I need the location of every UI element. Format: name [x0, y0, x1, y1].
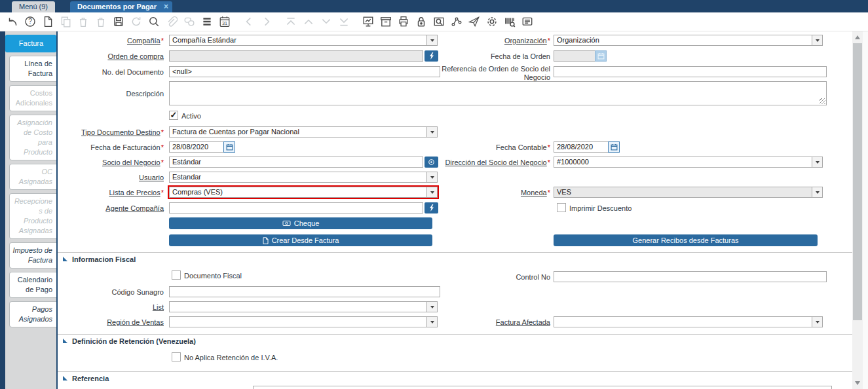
no-del-documento-field[interactable]: <null> [169, 66, 440, 77]
agente-compania-search-button[interactable] [425, 202, 438, 213]
fecha-de-facturacion-field[interactable]: 28/08/2020 [169, 141, 224, 153]
right-margin [863, 31, 868, 389]
save-icon[interactable] [112, 15, 125, 28]
crear-desde-factura-button[interactable]: Crear Desde Factura [169, 234, 432, 246]
sidebar-item-impuesto-de-factura[interactable]: Impuesto de Factura [9, 242, 56, 269]
no-aplica-retencion-checkbox[interactable] [172, 352, 181, 361]
label-factura-afectada: Factura Afectada [429, 318, 550, 327]
agente-compania-field[interactable] [169, 202, 423, 213]
section-title-definicion-retencion[interactable]: Definición de Retención (Venezuela) [72, 337, 196, 345]
product-info-barcode-icon[interactable] [503, 15, 516, 28]
label-no-aplica-retencion: No Aplica Retención de I.V.A. [184, 353, 278, 362]
region-de-ventas-combobox[interactable] [169, 316, 438, 327]
dropdown-button[interactable] [426, 127, 437, 137]
sidebar-item-factura[interactable]: Factura [5, 35, 56, 52]
app-window: Menú (9) Documentos por Pagar × ? 31 [0, 0, 868, 389]
list-combobox[interactable] [169, 301, 438, 312]
section-separator [58, 371, 852, 372]
generar-recibos-button[interactable]: Generar Recibos desde Facturas [554, 234, 818, 246]
scroll-down-icon[interactable] [855, 381, 860, 385]
usuario-combobox[interactable]: Estandar [169, 172, 438, 183]
section-title-informacion-fiscal[interactable]: Informacion Fiscal [72, 255, 136, 263]
codigo-sunagro-field[interactable] [169, 286, 440, 297]
documento-fiscal-checkbox[interactable] [172, 270, 181, 280]
dropdown-button[interactable] [812, 187, 822, 197]
vertical-scrollbar[interactable] [852, 31, 863, 389]
cheque-button[interactable]: Cheque [169, 217, 432, 229]
control-no-field[interactable] [554, 271, 827, 282]
sidebar-tabs: Factura Línea de Factura Costos Adiciona… [5, 31, 58, 389]
dropdown-button[interactable] [426, 302, 437, 312]
dropdown-button[interactable] [812, 157, 822, 167]
print-icon[interactable] [397, 15, 410, 28]
organizacion-value: Organización [557, 36, 599, 44]
new-record-icon[interactable] [41, 15, 54, 28]
find-icon[interactable] [147, 15, 160, 28]
tab-documentos-label: Documentos por Pagar [77, 3, 157, 10]
scroll-up-icon[interactable] [855, 35, 860, 39]
resize-handle-icon[interactable] [820, 98, 825, 104]
report-icon[interactable] [362, 15, 375, 28]
imprimir-descuento-checkbox[interactable] [557, 203, 566, 212]
collapse-triangle-icon[interactable] [63, 339, 67, 343]
label-direccion-socio: Dirección del Socio del Negocio* [429, 158, 550, 167]
label-tipo-documento-destino: Tipo Documento Destino* [59, 128, 164, 137]
sidebar-item-calendario-de-pago[interactable]: Calendario de Pago [9, 272, 56, 298]
referencia-partial-field[interactable] [253, 386, 832, 389]
archive-icon[interactable] [379, 15, 392, 28]
lock-icon[interactable] [415, 15, 428, 28]
socio-del-negocio-field[interactable]: Estándar [169, 157, 423, 168]
workflow-icon[interactable] [450, 15, 463, 28]
compania-value: Compañía Estándar [172, 36, 236, 44]
sidebar-item-oc-asignadas: OC Asignadas [9, 164, 56, 190]
label-descripcion: Descripción [59, 90, 164, 98]
undo-icon[interactable] [6, 15, 19, 28]
delete-selection-icon [94, 15, 107, 28]
tipo-documento-destino-combobox[interactable]: Factura de Cuentas por Pagar Nacional [169, 126, 438, 138]
dropdown-button[interactable] [812, 35, 822, 45]
svg-text:31: 31 [222, 20, 227, 26]
sidebar-item-pagos-asignados[interactable]: Pagos Asignados [9, 301, 56, 327]
label-lista-de-precios: Lista de Precios* [59, 189, 164, 197]
label-fecha-de-la-orden: Fecha de la Orden [429, 52, 550, 61]
organizacion-combobox[interactable]: Organización [554, 35, 823, 46]
fecha-de-facturacion-calendar-button[interactable] [223, 141, 235, 153]
zoom-across-icon[interactable] [432, 15, 445, 28]
factura-afectada-combobox[interactable] [554, 316, 823, 327]
chat-icon [183, 15, 196, 28]
dropdown-button[interactable] [426, 172, 437, 182]
lista-de-precios-combobox[interactable]: Compras (VES) [169, 187, 438, 198]
label-activo: Activo [181, 111, 201, 120]
send-icon[interactable] [468, 15, 481, 28]
fecha-contable-field[interactable]: 28/08/2020 [554, 141, 609, 153]
calendar-icon[interactable]: 31 [218, 15, 231, 28]
detail-record-icon [320, 15, 333, 28]
sidebar-item-asignacion-de-costo: Asignación de Costo para Producto [9, 115, 56, 160]
tab-documentos-por-pagar[interactable]: Documentos por Pagar × [70, 1, 172, 12]
sidebar-item-linea-de-factura[interactable]: Línea de Factura [9, 56, 56, 82]
preferences-gear-icon[interactable] [485, 15, 499, 28]
descripcion-textarea[interactable] [169, 81, 827, 105]
fecha-de-la-orden-calendar-icon [595, 50, 607, 62]
grid-toggle-icon[interactable] [200, 15, 214, 28]
dropdown-button[interactable] [812, 317, 822, 327]
referencia-orden-socio-field[interactable] [554, 66, 827, 77]
close-tab-icon[interactable]: × [164, 1, 168, 12]
label-no-del-documento: No. del Documento [59, 68, 164, 77]
compania-combobox[interactable]: Compañía Estándar [169, 35, 438, 46]
orden-de-compra-field[interactable] [169, 50, 423, 62]
section-title-referencia[interactable]: Referencia [72, 375, 109, 382]
scrollbar-thumb[interactable] [853, 43, 862, 320]
attachment-icon [165, 15, 178, 28]
last-record-icon [337, 15, 350, 28]
svg-text:?: ? [28, 18, 32, 25]
direccion-socio-combobox[interactable]: #1000000 [554, 157, 823, 168]
fecha-contable-calendar-button[interactable] [608, 141, 620, 153]
help-icon[interactable]: ? [24, 15, 37, 28]
previous-record-icon [242, 15, 255, 28]
collapse-triangle-icon[interactable] [63, 376, 67, 380]
log-icon[interactable] [521, 15, 534, 28]
activo-checkbox[interactable]: ✓ [169, 111, 178, 120]
tab-menu[interactable]: Menú (9) [12, 1, 55, 12]
collapse-triangle-icon[interactable] [63, 257, 67, 261]
